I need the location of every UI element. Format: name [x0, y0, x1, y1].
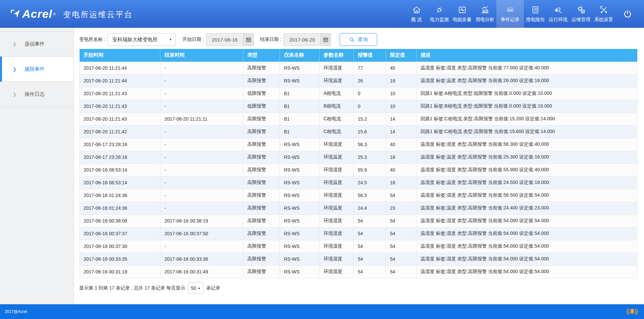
table-cell: 23: [386, 202, 416, 214]
nav-item-om-management[interactable]: 运维管理: [569, 0, 592, 28]
table-cell: 温湿度 标签:温度 类型:高限报警 当前值:26.000 设定值:18.000: [416, 74, 637, 87]
calendar-icon[interactable]: [321, 33, 331, 46]
table-cell: RS-WS: [280, 151, 319, 164]
table-cell: RS-WS: [280, 138, 319, 151]
table-cell: B相电流: [319, 100, 354, 113]
column-header: 描述: [416, 49, 637, 62]
table-cell: 回路1 标签:B相电流 类型:低限报警 当前值:0.000 设定值:10.000: [416, 100, 637, 113]
table-cell: 2017-06-16 08:53:14: [80, 164, 160, 176]
table-cell: 54: [386, 214, 416, 227]
table-cell: 14: [386, 113, 416, 125]
brand-logo-text: Acrel: [22, 7, 52, 20]
table-cell: RS-WS: [280, 253, 319, 265]
tools-icon: [599, 5, 608, 14]
table-cell: RS-WS: [280, 227, 319, 240]
waveform-icon: [458, 5, 467, 14]
table-cell: 环境温度: [319, 176, 354, 189]
page-size-dropdown[interactable]: 50 ▲: [188, 282, 204, 294]
end-date-input[interactable]: [283, 33, 321, 46]
table-cell: C相电流: [319, 125, 354, 138]
column-header: 限定值: [386, 49, 416, 62]
caret-up-icon: ▲: [198, 286, 200, 290]
bar-chart-icon: [481, 5, 490, 14]
nav-item-system-settings[interactable]: 系统设置: [592, 0, 615, 28]
table-cell: 高限报警: [243, 74, 280, 87]
nav-item-power-quality[interactable]: 电能质量: [451, 0, 474, 28]
table-cell: 2017-06-16 00:38:19: [160, 214, 243, 227]
table-cell: 54: [354, 240, 386, 253]
sidebar-item-operation-logs[interactable]: ❯操作日志: [0, 82, 73, 107]
station-name-label: 变电所名称 :: [79, 37, 105, 43]
chevron-right-icon: ❯: [13, 42, 16, 47]
table-cell: 18: [386, 151, 416, 164]
table-row: 2017-06-16 00:31:192017-06-16 00:31:49高限…: [80, 265, 637, 278]
table-cell: 2017-06-20 11:21:43: [80, 113, 160, 125]
table-cell: 高限报警: [243, 265, 280, 278]
table-cell: -: [160, 125, 243, 138]
table-cell: 温湿度 标签:湿度 类型:高限报警 当前值:56.500 设定值:54.000: [416, 189, 637, 202]
table-cell: 温湿度 标签:湿度 类型:高限报警 当前值:55.900 设定值:40.000: [416, 164, 637, 176]
table-cell: RS-WS: [280, 214, 319, 227]
table-cell: 10: [386, 87, 416, 100]
bell-icon[interactable]: [627, 307, 638, 316]
nav-item-label: 用电分析: [476, 17, 494, 23]
table-cell: 18: [386, 176, 416, 189]
query-button[interactable]: 查询: [340, 33, 377, 46]
calendar-icon[interactable]: [244, 33, 254, 46]
sidebar-item-remote-signal-events[interactable]: ❯遥信事件: [0, 31, 73, 57]
table-cell: 环境湿度: [319, 164, 354, 176]
content-area: 变电所名称 : 安科瑞新大楼变电所 ▼ 开始日期 : 结束日期 : 查询: [74, 28, 644, 304]
table-cell: 温湿度 标签:湿度 类型:高限报警 当前值:54.000 设定值:54.000: [416, 265, 637, 278]
table-cell: 高限报警: [243, 151, 280, 164]
top-nav: 概 况电力监测电能质量用电分析事件记录用电报告运行环境运维管理系统设置: [405, 0, 615, 28]
column-header: 类型: [243, 49, 280, 62]
table-cell: RS-WS: [280, 265, 319, 278]
nav-item-operating-environment[interactable]: 运行环境: [547, 0, 569, 28]
table-cell: 低限报警: [243, 87, 280, 100]
start-date-input[interactable]: [206, 33, 244, 46]
column-header: 报警值: [354, 49, 386, 62]
nav-item-power-analysis[interactable]: 用电分析: [474, 0, 496, 28]
table-cell: 高限报警: [243, 125, 280, 138]
sidebar-item-limit-violation-events[interactable]: ❯越限事件: [0, 57, 73, 82]
table-cell: 温湿度 标签:湿度 类型:高限报警 当前值:56.300 设定值:40.000: [416, 138, 637, 151]
table-cell: 温湿度 标签:湿度 类型:高限报警 当前值:54.000 设定值:54.000: [416, 214, 637, 227]
table-cell: 高限报警: [243, 240, 280, 253]
filter-bar: 变电所名称 : 安科瑞新大楼变电所 ▼ 开始日期 : 结束日期 : 查询: [79, 33, 638, 46]
table-cell: B1: [280, 113, 319, 125]
main-layout: ❯遥信事件❯越限事件❯操作日志 变电所名称 : 安科瑞新大楼变电所 ▼ 开始日期…: [0, 28, 644, 304]
table-cell: 温湿度 标签:湿度 类型:高限报警 当前值:54.000 设定值:54.000: [416, 253, 637, 265]
table-row: 2017-06-16 00:38:082017-06-16 00:38:19高限…: [80, 214, 637, 227]
table-cell: 高限报警: [243, 214, 280, 227]
table-cell: -: [160, 202, 243, 214]
table-cell: 环境湿度: [319, 227, 354, 240]
nav-item-event-records[interactable]: 事件记录: [496, 0, 524, 28]
table-cell: RS-WS: [280, 74, 319, 87]
table-cell: 54: [386, 253, 416, 265]
end-date-label: 结束日期 :: [260, 37, 282, 43]
table-cell: 高限报警: [243, 62, 280, 74]
table-cell: 环境温度: [319, 74, 354, 87]
table-cell: 55.9: [354, 164, 386, 176]
nav-item-overview[interactable]: 概 况: [405, 0, 428, 28]
nav-item-power-monitoring[interactable]: 电力监测: [428, 0, 451, 28]
table-cell: 环境湿度: [319, 138, 354, 151]
sidebar: ❯遥信事件❯越限事件❯操作日志: [0, 28, 74, 304]
table-cell: 高限报警: [243, 164, 280, 176]
table-cell: RS-WS: [280, 62, 319, 74]
power-button[interactable]: [618, 0, 637, 28]
station-select[interactable]: 安科瑞新大楼变电所 ▼: [107, 33, 176, 46]
nav-item-label: 系统设置: [594, 17, 613, 23]
gear-icon: [577, 5, 586, 14]
table-cell: 温湿度 标签:湿度 类型:高限报警 当前值:54.000 设定值:54.000: [416, 240, 637, 253]
table-cell: 2017-06-16 00:33:35: [80, 253, 160, 265]
sidebar-item-label: 越限事件: [24, 66, 45, 72]
home-icon: [412, 5, 421, 14]
table-cell: 54: [354, 214, 386, 227]
station-select-value: 安科瑞新大楼变电所: [112, 37, 158, 43]
table-cell: 环境湿度: [319, 62, 354, 74]
nav-item-power-report[interactable]: 用电报告: [524, 0, 547, 28]
table-cell: B1: [280, 125, 319, 138]
table-cell: 54: [386, 227, 416, 240]
table-cell: 高限报警: [243, 138, 280, 151]
